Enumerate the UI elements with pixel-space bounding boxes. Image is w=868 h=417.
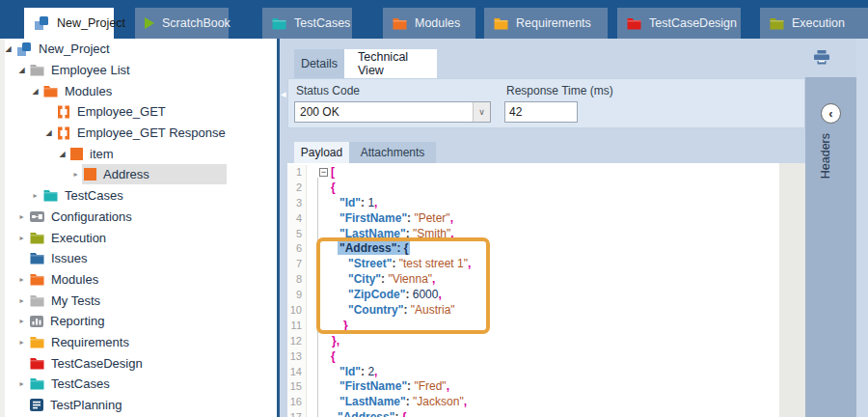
tree-item-body[interactable]: TestCases bbox=[28, 374, 110, 394]
editor-scrollbar-track[interactable] bbox=[779, 163, 805, 417]
tab-execution[interactable]: Execution bbox=[760, 8, 868, 39]
code-line[interactable]: 4"FirstName": "Peter", bbox=[287, 211, 779, 227]
code-line[interactable]: 2{ bbox=[287, 181, 779, 196]
tree-item-label: TestCaseDesign bbox=[51, 356, 143, 371]
folder-icon bbox=[627, 17, 641, 30]
tab-payload[interactable]: Payload bbox=[294, 142, 349, 163]
code-line[interactable]: 13{ bbox=[287, 349, 779, 365]
headers-side-tab[interactable]: ‹ Headers bbox=[805, 77, 856, 417]
tree-item-employee-list[interactable]: ◢Employee List bbox=[0, 60, 280, 81]
tree-item-body[interactable]: My Tests bbox=[28, 291, 100, 311]
collapse-arrow-icon[interactable]: ◢ bbox=[2, 44, 14, 53]
tab-technical-view[interactable]: Technical View bbox=[344, 49, 437, 78]
expand-arrow-icon[interactable]: ▸ bbox=[15, 317, 28, 325]
scroll-left-arrow-icon[interactable]: ◂ bbox=[281, 89, 286, 99]
tree-item-issues[interactable]: Issues bbox=[0, 248, 280, 269]
code-line-content: "Id": 2, bbox=[307, 365, 779, 380]
tree-item-testcases[interactable]: ▸TestCases bbox=[0, 185, 280, 207]
tree-item-body[interactable]: Address bbox=[82, 164, 227, 184]
tab-scratchbook[interactable]: ScratchBook bbox=[135, 8, 229, 39]
code-line[interactable]: 5"LastName": "Smith", bbox=[287, 227, 779, 242]
code-line[interactable]: 16"LastName": "Jackson", bbox=[287, 395, 779, 410]
tab-requirements[interactable]: Requirements bbox=[484, 8, 608, 39]
code-line[interactable]: 3"Id": 1, bbox=[287, 196, 779, 211]
selected-text-highlight: "Address": { bbox=[338, 241, 410, 255]
payload-code-editor[interactable]: 1[2{3"Id": 1,4"FirstName": "Peter",5"Las… bbox=[287, 163, 805, 417]
tree-item-body[interactable]: Employee List bbox=[28, 60, 130, 80]
tree-item-testplanning[interactable]: TestPlanning bbox=[0, 395, 280, 416]
tab-label: New_Project bbox=[57, 16, 125, 30]
tree-item-body[interactable]: item bbox=[68, 144, 114, 164]
tab-details[interactable]: Details bbox=[294, 49, 344, 78]
tree-item-body[interactable]: TestPlanning bbox=[28, 395, 122, 415]
collapse-arrow-icon[interactable]: ◢ bbox=[15, 66, 28, 74]
tree-item-body[interactable]: Execution bbox=[28, 228, 106, 248]
code-line[interactable]: 14"Id": 2, bbox=[287, 365, 779, 380]
expand-arrow-icon[interactable]: ▸ bbox=[15, 338, 28, 347]
headers-side-tab-label[interactable]: Headers bbox=[819, 133, 832, 179]
collapse-arrow-icon[interactable]: ◢ bbox=[29, 87, 41, 96]
tab-attachments[interactable]: Attachments bbox=[349, 142, 436, 163]
tree-item-body[interactable]: TestCases bbox=[41, 185, 123, 206]
tree-item-body[interactable]: Employee_GET Response bbox=[55, 123, 226, 143]
chevron-down-icon[interactable]: ∨ bbox=[473, 102, 490, 122]
code-line[interactable]: 6"Address": { bbox=[287, 241, 779, 257]
line-number: 8 bbox=[287, 272, 307, 288]
code-line[interactable]: 7"Street": "test street 1", bbox=[287, 257, 779, 272]
code-line[interactable]: 1[ bbox=[287, 165, 779, 181]
collapse-arrow-icon[interactable]: ◢ bbox=[42, 128, 55, 137]
tree-item-testcasedesign[interactable]: TestCaseDesign bbox=[0, 352, 280, 374]
tab-new-project[interactable]: New_Project× bbox=[24, 8, 114, 39]
tree-item-testcases[interactable]: ▸TestCases bbox=[0, 374, 280, 395]
tree-item-body[interactable]: Modules bbox=[41, 81, 112, 101]
collapse-chevron-icon[interactable]: ‹ bbox=[821, 103, 841, 124]
tree-item-label: Issues bbox=[51, 251, 88, 265]
tree-item-body[interactable]: Reporting bbox=[28, 311, 104, 331]
tree-item-body[interactable]: Configurations bbox=[28, 207, 132, 227]
square-icon bbox=[70, 148, 83, 160]
tab-label: ScratchBook bbox=[162, 16, 231, 30]
tree-item-body[interactable]: New_Project bbox=[14, 39, 110, 59]
tree-item-reporting[interactable]: ▸Reporting bbox=[0, 311, 280, 332]
expand-arrow-icon[interactable]: ▸ bbox=[69, 170, 82, 179]
tree-item-execution[interactable]: ▸Execution bbox=[0, 227, 280, 248]
collapse-arrow-icon[interactable]: ◢ bbox=[56, 150, 68, 158]
tab-modules[interactable]: Modules bbox=[383, 8, 475, 39]
tree-item-employee-get-response[interactable]: ◢Employee_GET Response bbox=[0, 123, 280, 144]
expand-arrow-icon[interactable]: ▸ bbox=[15, 234, 28, 242]
tree-item-body[interactable]: Modules bbox=[28, 269, 98, 290]
expand-arrow-icon[interactable]: ▸ bbox=[15, 296, 28, 305]
tree-item-configurations[interactable]: ▸Configurations bbox=[0, 207, 280, 228]
status-code-select[interactable]: 200 OK ∨ bbox=[294, 101, 491, 123]
tree-item-body[interactable]: Employee_GET bbox=[55, 101, 166, 122]
code-line[interactable]: 15"FirstName": "Fred", bbox=[287, 379, 779, 395]
code-line[interactable]: 11} bbox=[287, 319, 779, 334]
code-line[interactable]: 9"ZipCode": 6000, bbox=[287, 288, 779, 303]
expand-arrow-icon[interactable]: ▸ bbox=[15, 379, 28, 388]
tree-item-new-project[interactable]: ◢New_Project bbox=[0, 39, 280, 60]
tree-item-item[interactable]: ◢item bbox=[0, 143, 280, 164]
code-line[interactable]: 10"Country": "Austria" bbox=[287, 303, 779, 319]
tree-item-label: Employee_GET Response bbox=[77, 125, 226, 140]
expand-arrow-icon[interactable]: ▸ bbox=[15, 275, 28, 284]
tree-item-modules[interactable]: ◢Modules bbox=[0, 80, 280, 101]
code-line[interactable]: 12}, bbox=[287, 334, 779, 349]
tree-item-address[interactable]: ▸Address bbox=[0, 164, 280, 185]
tab-testcasedesign[interactable]: TestCaseDesign bbox=[617, 8, 741, 39]
tree-item-body[interactable]: Issues bbox=[28, 248, 88, 268]
fold-collapse-icon[interactable] bbox=[319, 168, 328, 177]
tree-item-body[interactable]: TestCaseDesign bbox=[28, 353, 143, 374]
expand-arrow-icon[interactable]: ▸ bbox=[29, 191, 41, 200]
code-line[interactable]: 17"Address": { bbox=[287, 410, 779, 417]
tree-item-requirements[interactable]: ▸Requirements bbox=[0, 332, 280, 353]
tree-item-employee-get[interactable]: Employee_GET bbox=[0, 101, 280, 123]
code-line-content: }, bbox=[307, 334, 779, 349]
printer-icon[interactable] bbox=[813, 50, 830, 65]
expand-arrow-icon[interactable]: ▸ bbox=[15, 212, 28, 221]
code-line[interactable]: 8"City": "Vienna", bbox=[287, 272, 779, 288]
tree-item-modules[interactable]: ▸Modules bbox=[0, 269, 280, 291]
tab-testcases[interactable]: TestCases bbox=[262, 8, 352, 39]
tree-item-body[interactable]: Requirements bbox=[28, 332, 129, 352]
tree-item-my-tests[interactable]: ▸My Tests bbox=[0, 290, 280, 311]
response-time-input[interactable] bbox=[504, 101, 578, 123]
